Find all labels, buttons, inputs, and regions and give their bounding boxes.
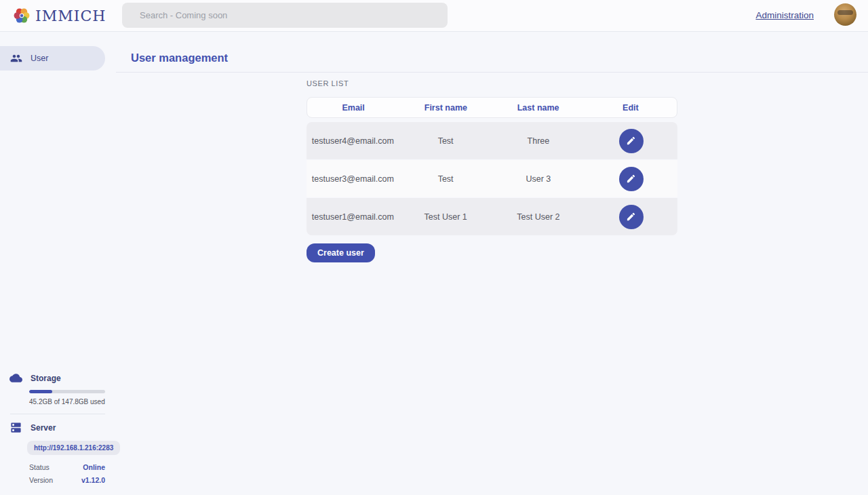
user-table-header: Email First name Last name Edit bbox=[307, 97, 677, 118]
immich-admin-page: IMMICH Administration User Storage bbox=[0, 0, 868, 495]
sidebar-divider bbox=[10, 414, 105, 414]
edit-user-button[interactable] bbox=[619, 205, 644, 229]
app-logo[interactable]: IMMICH bbox=[12, 6, 106, 25]
table-row: testuser4@email.com Test Three bbox=[307, 122, 677, 159]
cloud-icon bbox=[9, 372, 22, 384]
storage-progress-fill bbox=[29, 390, 52, 393]
page-title: User management bbox=[131, 52, 228, 64]
server-section-header: Server bbox=[0, 421, 116, 434]
pencil-icon bbox=[626, 174, 636, 184]
user-avatar[interactable] bbox=[834, 3, 856, 26]
immich-flower-icon bbox=[12, 6, 31, 25]
server-url-badge: http://192.168.1.216:2283 bbox=[27, 441, 120, 455]
sidebar-item-user-label: User bbox=[31, 54, 48, 63]
admin-sidebar: User Storage 45.2GB of 147.8GB used bbox=[0, 32, 116, 495]
server-version-label: Version bbox=[29, 476, 53, 484]
edit-user-button[interactable] bbox=[619, 167, 644, 191]
column-header-edit: Edit bbox=[585, 103, 677, 113]
user-table-body: testuser4@email.com Test Three testuser3… bbox=[307, 122, 677, 235]
cell-last-name: Test User 2 bbox=[492, 212, 585, 222]
edit-user-button[interactable] bbox=[619, 129, 644, 153]
title-divider bbox=[116, 72, 868, 73]
cell-last-name: Three bbox=[492, 136, 585, 146]
pencil-icon bbox=[626, 212, 636, 222]
server-version-value: v1.12.0 bbox=[81, 476, 105, 484]
column-header-first-name: First name bbox=[399, 103, 492, 113]
cell-email: testuser3@email.com bbox=[307, 174, 399, 184]
server-icon bbox=[9, 421, 22, 434]
column-header-email: Email bbox=[307, 103, 399, 113]
storage-title: Storage bbox=[31, 374, 61, 383]
user-list-heading: USER LIST bbox=[307, 79, 677, 87]
administration-link[interactable]: Administration bbox=[755, 10, 814, 20]
create-user-button[interactable]: Create user bbox=[307, 243, 375, 262]
user-list-section: USER LIST Email First name Last name Edi… bbox=[307, 79, 677, 262]
sidebar-item-user[interactable]: User bbox=[0, 46, 105, 71]
cell-email: testuser1@email.com bbox=[307, 212, 399, 222]
column-header-last-name: Last name bbox=[492, 103, 585, 113]
table-row: testuser1@email.com Test User 1 Test Use… bbox=[307, 197, 677, 235]
pencil-icon bbox=[626, 136, 636, 146]
cell-email: testuser4@email.com bbox=[307, 136, 399, 146]
table-row: testuser3@email.com Test User 3 bbox=[307, 159, 677, 197]
app-logo-text: IMMICH bbox=[35, 7, 106, 24]
top-bar: IMMICH Administration bbox=[0, 0, 868, 32]
server-version-row: Version v1.12.0 bbox=[29, 476, 105, 484]
sidebar-status-panel: Storage 45.2GB of 147.8GB used Server ht… bbox=[0, 372, 116, 495]
server-title: Server bbox=[31, 423, 56, 433]
storage-progress-bar bbox=[29, 390, 105, 393]
cell-first-name: Test bbox=[399, 136, 492, 146]
cell-last-name: User 3 bbox=[492, 174, 585, 184]
storage-section-header: Storage bbox=[0, 372, 116, 384]
server-status-row: Status Online bbox=[29, 463, 105, 471]
server-status-label: Status bbox=[29, 463, 50, 471]
server-status-value: Online bbox=[83, 463, 105, 471]
cell-first-name: Test User 1 bbox=[399, 212, 492, 222]
storage-usage-text: 45.2GB of 147.8GB used bbox=[29, 398, 105, 405]
cell-first-name: Test bbox=[399, 174, 492, 184]
search-input[interactable] bbox=[122, 3, 448, 28]
users-group-icon bbox=[10, 52, 22, 64]
